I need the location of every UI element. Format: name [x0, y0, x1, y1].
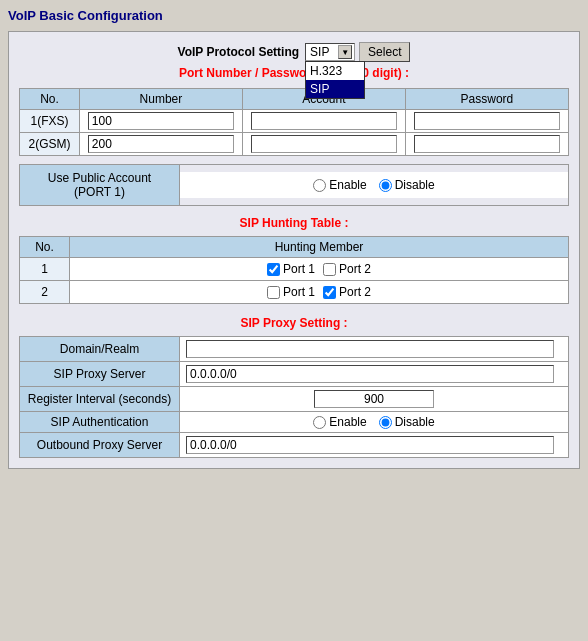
domain-label: Domain/Realm	[20, 337, 180, 362]
proxy-row-server: SIP Proxy Server	[20, 362, 569, 387]
auth-label: SIP Authentication	[20, 412, 180, 433]
auth-value: Enable Disable	[180, 412, 569, 433]
row1-port1-checkbox[interactable]	[267, 263, 280, 276]
row2-account	[242, 133, 405, 156]
col-password: Password	[405, 89, 568, 110]
enable-radio[interactable]	[313, 179, 326, 192]
row2-no: 2(GSM)	[20, 133, 80, 156]
outbound-input[interactable]	[186, 436, 554, 454]
public-account-label: Use Public Account (PORT 1)	[20, 165, 180, 205]
hunting-row1-no: 1	[20, 258, 70, 281]
select-button[interactable]: Select	[359, 42, 410, 62]
row2-number-input[interactable]	[88, 135, 234, 153]
protocol-row: VoIP Protocol Setting SIP ▼ H.323 SIP Se…	[19, 42, 569, 62]
row2-number	[80, 133, 243, 156]
proxy-table: Domain/Realm SIP Proxy Server Register I…	[19, 336, 569, 458]
interval-input[interactable]	[314, 390, 434, 408]
row1-port1-label[interactable]: Port 1	[267, 262, 315, 276]
enable-label: Enable	[329, 178, 366, 192]
proxy-row-auth: SIP Authentication Enable Disable	[20, 412, 569, 433]
row1-password-input[interactable]	[414, 112, 561, 130]
select-group: SIP ▼ H.323 SIP Select	[305, 42, 410, 62]
option-sip[interactable]: SIP	[306, 80, 364, 98]
row1-number	[80, 110, 243, 133]
domain-value	[180, 337, 569, 362]
table-row: 1(FXS)	[20, 110, 569, 133]
row1-number-input[interactable]	[88, 112, 234, 130]
protocol-dropdown[interactable]: SIP ▼ H.323 SIP	[305, 43, 355, 61]
domain-input[interactable]	[186, 340, 554, 358]
proxy-row-outbound: Outbound Proxy Server	[20, 433, 569, 458]
auth-enable-text: Enable	[329, 415, 366, 429]
proxy-server-value	[180, 362, 569, 387]
hunting-title: SIP Hunting Table :	[19, 216, 569, 230]
sip-proxy-section: SIP Proxy Setting : Domain/Realm SIP Pro…	[19, 316, 569, 458]
proxy-row-domain: Domain/Realm	[20, 337, 569, 362]
hunting-row-1: 1 Port 1 Port 2	[20, 258, 569, 281]
auth-enable-label[interactable]: Enable	[313, 415, 366, 429]
col-number: Number	[80, 89, 243, 110]
row2-port2-checkbox[interactable]	[323, 286, 336, 299]
table-row: 2(GSM)	[20, 133, 569, 156]
port2-label-2: Port 2	[339, 285, 371, 299]
hunting-row2-no: 2	[20, 281, 70, 304]
hunting-col-member: Hunting Member	[70, 237, 569, 258]
interval-value	[180, 387, 569, 412]
row1-no: 1(FXS)	[20, 110, 80, 133]
hunting-row1-members: Port 1 Port 2	[70, 258, 569, 281]
hunting-row-2: 2 Port 1 Port 2	[20, 281, 569, 304]
row2-password-input[interactable]	[414, 135, 561, 153]
port-password-label: Port Number / Password (MAX 20 digit) :	[19, 66, 569, 80]
port2-label-1: Port 2	[339, 262, 371, 276]
enable-radio-label[interactable]: Enable	[313, 178, 366, 192]
accounts-table: No. Number Account Password 1(FXS) 2(GSM…	[19, 88, 569, 156]
hunting-col-no: No.	[20, 237, 70, 258]
dropdown-selected[interactable]: SIP ▼	[305, 43, 355, 61]
row1-account	[242, 110, 405, 133]
col-no: No.	[20, 89, 80, 110]
auth-enable-radio[interactable]	[313, 416, 326, 429]
hunting-row2-members: Port 1 Port 2	[70, 281, 569, 304]
disable-radio-label[interactable]: Disable	[379, 178, 435, 192]
interval-label: Register Interval (seconds)	[20, 387, 180, 412]
row2-account-input[interactable]	[251, 135, 397, 153]
port1-label-1: Port 1	[283, 262, 315, 276]
protocol-label: VoIP Protocol Setting	[178, 45, 300, 59]
page-title: VoIP Basic Configuration	[8, 8, 580, 23]
dropdown-options: H.323 SIP	[305, 61, 365, 99]
option-h323[interactable]: H.323	[306, 62, 364, 80]
hunting-table: No. Hunting Member 1 Port 1	[19, 236, 569, 304]
row2-port1-checkbox[interactable]	[267, 286, 280, 299]
proxy-server-label: SIP Proxy Server	[20, 362, 180, 387]
row1-port2-label[interactable]: Port 2	[323, 262, 371, 276]
proxy-row-interval: Register Interval (seconds)	[20, 387, 569, 412]
auth-disable-label[interactable]: Disable	[379, 415, 435, 429]
disable-radio[interactable]	[379, 179, 392, 192]
disable-label: Disable	[395, 178, 435, 192]
row1-account-input[interactable]	[251, 112, 397, 130]
row2-port2-label[interactable]: Port 2	[323, 285, 371, 299]
auth-disable-radio[interactable]	[379, 416, 392, 429]
public-account-options: Enable Disable	[180, 172, 568, 198]
row1-password	[405, 110, 568, 133]
main-panel: VoIP Protocol Setting SIP ▼ H.323 SIP Se…	[8, 31, 580, 469]
auth-disable-text: Disable	[395, 415, 435, 429]
public-account-row: Use Public Account (PORT 1) Enable Disab…	[19, 164, 569, 206]
outbound-value	[180, 433, 569, 458]
page-container: VoIP Basic Configuration VoIP Protocol S…	[0, 0, 588, 477]
row1-port2-checkbox[interactable]	[323, 263, 336, 276]
outbound-label: Outbound Proxy Server	[20, 433, 180, 458]
row2-password	[405, 133, 568, 156]
dropdown-arrow-icon[interactable]: ▼	[338, 45, 352, 59]
sip-proxy-title: SIP Proxy Setting :	[19, 316, 569, 330]
proxy-server-input[interactable]	[186, 365, 554, 383]
port1-label-2: Port 1	[283, 285, 315, 299]
row2-port1-label[interactable]: Port 1	[267, 285, 315, 299]
